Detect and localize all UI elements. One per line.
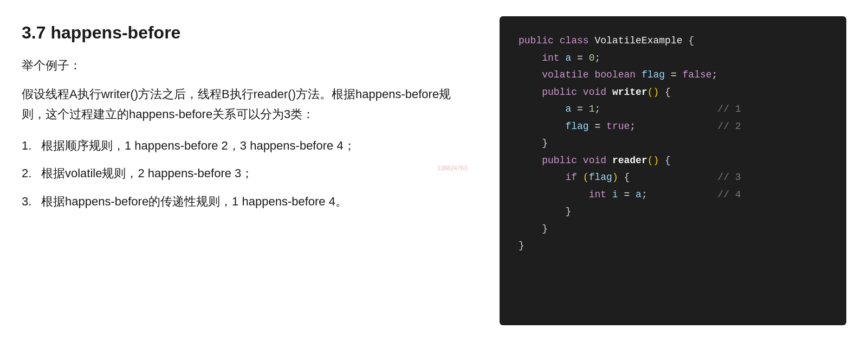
- code-line-6: flag = true; // 2: [519, 118, 827, 136]
- intro-text: 举个例子：: [22, 55, 467, 75]
- list-item: 1. 根据顺序规则，1 happens-before 2，3 happens-b…: [22, 136, 467, 156]
- left-panel: 3.7 happens-before 举个例子： 假设线程A执行writer()…: [22, 16, 467, 219]
- list-number-3: 3.: [22, 191, 41, 211]
- watermark: 138824763: [437, 163, 467, 173]
- code-line-2: int a = 0;: [519, 50, 827, 67]
- list-content-2: 根据volatile规则，2 happens-before 3； 1388247…: [41, 163, 467, 183]
- section-title: 3.7 happens-before: [22, 22, 467, 44]
- code-line-5: a = 1; // 1: [519, 101, 827, 118]
- list-number-1: 1.: [22, 136, 41, 156]
- code-line-7: }: [519, 135, 827, 152]
- list-content-1: 根据顺序规则，1 happens-before 2，3 happens-befo…: [41, 136, 467, 156]
- code-line-3: volatile boolean flag = false;: [519, 67, 827, 84]
- list-item-2: 2. 根据volatile规则，2 happens-before 3； 1388…: [22, 163, 467, 183]
- code-line-4: public void writer() {: [519, 84, 827, 101]
- code-line-12: }: [519, 221, 827, 238]
- code-line-1: public class VolatileExample {: [519, 33, 827, 50]
- list-section: 1. 根据顺序规则，1 happens-before 2，3 happens-b…: [22, 136, 467, 211]
- code-line-13: }: [519, 237, 827, 255]
- list-item-3: 3. 根据happens-before的传递性规则，1 happens-befo…: [22, 191, 467, 211]
- code-block: public class VolatileExample { int a = 0…: [500, 16, 846, 325]
- code-line-9: if (flag) { // 3: [519, 169, 827, 186]
- list-content-3: 根据happens-before的传递性规则，1 happens-before …: [41, 191, 467, 211]
- list-number-2: 2.: [22, 163, 41, 183]
- code-line-8: public void reader() {: [519, 152, 827, 170]
- code-line-11: }: [519, 203, 827, 221]
- code-line-10: int i = a; // 4: [519, 186, 827, 204]
- description-text: 假设线程A执行writer()方法之后，线程B执行reader()方法。根据ha…: [22, 84, 467, 125]
